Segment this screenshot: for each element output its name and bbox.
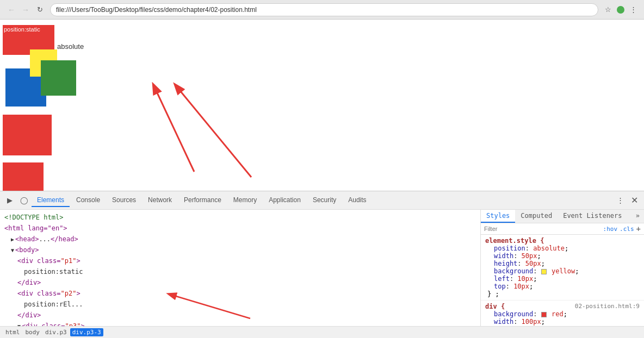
color-swatch[interactable]	[541, 269, 547, 274]
breadcrumb-html[interactable]: html	[3, 328, 22, 336]
forward-button[interactable]: →	[20, 4, 32, 16]
style-rule-element: element.style { position: absolute; widt…	[481, 235, 644, 301]
breadcrumb-divp3[interactable]: div.p3	[43, 328, 69, 336]
dom-line: <!DOCTYPE html>	[0, 212, 480, 223]
breadcrumb-divp3-3[interactable]: div.p3-3	[70, 328, 103, 336]
dom-line: </div>	[0, 277, 480, 288]
styles-filter-input[interactable]	[484, 226, 601, 232]
style-prop: background: red;	[485, 310, 640, 318]
status-dot	[617, 6, 624, 14]
page-content: position:static absolute p5 position:fix…	[0, 20, 644, 191]
breadcrumb-body[interactable]: body	[23, 328, 42, 336]
style-prop: width: 50px;	[485, 252, 640, 260]
tab-sources[interactable]: Sources	[107, 194, 141, 207]
menu-icon[interactable]: ⋮	[628, 4, 639, 15]
tab-network[interactable]: Network	[143, 194, 177, 207]
style-prop: top: 10px;	[485, 283, 640, 290]
svg-line-1	[153, 85, 194, 172]
address-bar[interactable]: file:///Users/TooBug/Desktop/files/css/d…	[50, 3, 598, 16]
dom-line: </div>	[0, 310, 480, 321]
static-label: position:static	[4, 26, 40, 33]
demo-red2-box: p5	[3, 115, 52, 155]
style-rule-div: div { 02-position.html:9 background: red…	[481, 301, 644, 326]
styles-tab-event-listeners[interactable]: Event Listeners	[558, 210, 627, 223]
url-text: file:///Users/TooBug/Desktop/files/css/d…	[56, 6, 257, 14]
devtools-toolbar: ▶ ◯ Elements Console Sources Network Per…	[0, 191, 644, 210]
inspect-button[interactable]: ▶	[3, 194, 16, 207]
style-prop: position: absolute;	[485, 245, 640, 252]
color-swatch[interactable]	[541, 312, 547, 317]
browser-toolbar: ← → ↻ file:///Users/TooBug/Desktop/files…	[0, 0, 644, 20]
tab-elements[interactable]: Elements	[32, 194, 70, 207]
dom-line: ▼<div class="p3">	[0, 321, 480, 326]
style-prop: height: 100px;	[485, 326, 640, 326]
tab-security[interactable]: Security	[307, 194, 342, 207]
styles-filter: :hov .cls +	[481, 223, 644, 235]
nav-buttons: ← → ↻	[5, 4, 46, 16]
device-button[interactable]: ◯	[17, 194, 30, 207]
demo-green-box	[41, 60, 76, 96]
browser-icons: ☆ ⋮	[603, 4, 639, 15]
styles-tab-styles[interactable]: Styles	[481, 210, 515, 223]
filter-cls[interactable]: .cls	[620, 226, 634, 233]
devtools-close-button[interactable]: ✕	[628, 194, 641, 207]
breadcrumb: html body div.p3 div.p3-3	[0, 326, 644, 338]
filter-plus[interactable]: +	[636, 224, 641, 233]
devtools-more-button[interactable]: ⋮	[614, 194, 627, 207]
style-prop: width: 100px;	[485, 318, 640, 326]
back-button[interactable]: ←	[5, 4, 17, 16]
dom-line: position:rEl...	[0, 299, 480, 310]
reload-button[interactable]: ↻	[34, 4, 46, 16]
svg-line-2	[175, 85, 251, 177]
star-icon[interactable]: ☆	[603, 4, 614, 15]
demo-red3-box: position:fixed;	[3, 162, 44, 191]
dom-line: position:static	[0, 266, 480, 277]
tab-audits[interactable]: Audits	[343, 194, 371, 207]
styles-tab-more[interactable]: »	[631, 210, 644, 223]
filter-hov[interactable]: :hov	[603, 226, 618, 233]
devtools-body: <!DOCTYPE html> <html lang="en"> ▶<head>…	[0, 210, 644, 326]
style-prop: left: 10px;	[485, 275, 640, 283]
dom-line: <html lang="en">	[0, 223, 480, 234]
devtools: ▶ ◯ Elements Console Sources Network Per…	[0, 191, 644, 338]
tab-console[interactable]: Console	[71, 194, 106, 207]
dom-line: <div class="p2">	[0, 288, 480, 299]
page-arrows	[0, 20, 644, 191]
dom-line: ▼<body>	[0, 245, 480, 255]
dom-line: ▶<head>...</head>	[0, 234, 480, 245]
tab-performance[interactable]: Performance	[178, 194, 227, 207]
styles-tab-computed[interactable]: Computed	[515, 210, 558, 223]
dom-panel[interactable]: <!DOCTYPE html> <html lang="en"> ▶<head>…	[0, 210, 481, 326]
dom-line: <div class="p1">	[0, 255, 480, 266]
tab-memory[interactable]: Memory	[228, 194, 262, 207]
style-prop: background: yellow;	[485, 267, 640, 275]
tab-application[interactable]: Application	[263, 194, 306, 207]
style-prop: height: 50px;	[485, 260, 640, 267]
absolute-label: absolute	[57, 42, 84, 51]
styles-panel: Styles Computed Event Listeners » :hov .…	[481, 210, 644, 326]
styles-tabs: Styles Computed Event Listeners »	[481, 210, 644, 223]
